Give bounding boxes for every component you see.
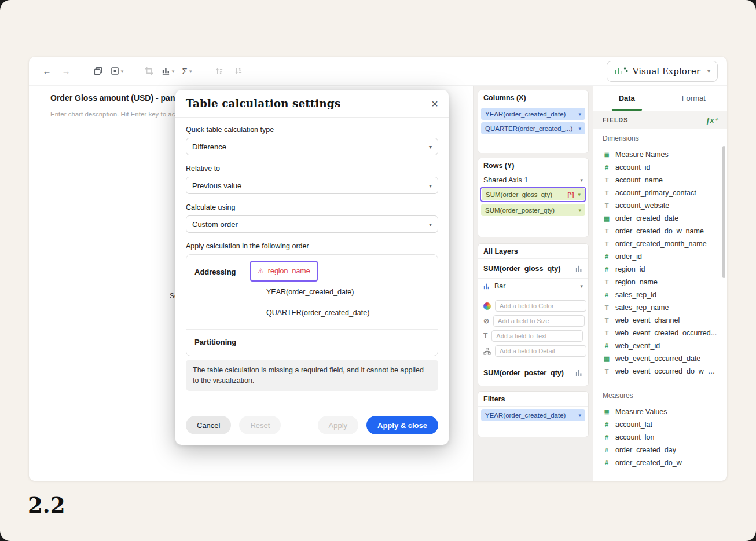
field-row[interactable]: Torder_created_do_w_name [603,225,718,237]
field-row[interactable]: #order_created_day [603,444,718,456]
encoding-rows: ⊘ T [478,294,588,359]
rows-shelf: Rows (Y) Shared Axis 1 ▾ SUM(order_gloss… [478,158,589,237]
add-formula-button[interactable]: ƒx⁺ [706,116,718,125]
field-pill[interactable]: YEAR(order_created_date) ▾ [481,108,585,120]
sort-ascending-button[interactable] [210,63,227,80]
visual-explorer-selector[interactable]: Visual Explorer ▾ [607,61,718,82]
field-name: web_event_occurred_do_w_na... [615,367,718,375]
duplicate-element-button[interactable] [89,63,107,80]
field-row[interactable]: Taccount_website [603,199,718,212]
field-name: order_created_do_w_name [615,227,704,235]
text-type-icon: T [603,228,611,235]
field-pill[interactable]: SUM(order_poster_qty) ▾ [481,204,585,216]
number-type-icon: # [603,434,611,441]
delete-element-button[interactable]: ▾ [108,63,126,80]
relative-to-select[interactable]: Previous value ▾ [186,177,438,194]
date-type-icon: ▦ [603,215,611,222]
chevron-down-icon: ▾ [121,68,124,74]
color-field-input[interactable] [495,300,586,312]
close-icon[interactable]: × [431,98,438,109]
cancel-button[interactable]: Cancel [186,416,231,434]
delete-icon [111,67,119,75]
addressing-item[interactable]: QUARTER(order_created_date) [250,302,430,323]
field-row[interactable]: Taccount_primary_contact [603,187,718,199]
field-row[interactable]: ≣Measure Names [603,148,718,161]
field-row[interactable]: #sales_rep_id [603,288,718,301]
sort-descending-button[interactable] [229,63,247,80]
size-icon: ⊘ [483,317,489,325]
field-name: order_created_do_w [615,459,682,467]
visual-explorer-label: Visual Explorer [633,66,700,76]
filters-shelf-title: Filters [478,392,588,407]
detail-field-input[interactable] [495,345,586,357]
text-field-input[interactable] [491,330,583,342]
filters-pills: YEAR(order_created_date) ▾ [478,407,588,423]
chart-axes-button[interactable]: ▾ [159,63,177,80]
tab-format[interactable]: Format [660,86,728,111]
field-row[interactable]: Tweb_event_channel [603,314,718,327]
field-pill-selected[interactable]: SUM(order_gloss_qty) [*] ▾ [482,188,585,200]
apply-button[interactable]: Apply [318,416,359,434]
addressing-item-error[interactable]: ⚠ region_name [250,261,318,282]
selected-pill-highlight: SUM(order_gloss_qty) [*] ▾ [480,187,586,202]
number-type-icon: # [603,447,611,454]
field-row[interactable]: #account_id [603,161,718,174]
shared-axis-selector[interactable]: Shared Axis 1 ▾ [478,173,588,185]
field-row[interactable]: #order_created_do_w [603,456,718,469]
chart-description-placeholder[interactable]: Enter chart description. Hit Enter key t… [50,111,175,118]
field-row[interactable]: #account_lon [603,431,718,444]
field-row[interactable]: #order_id [603,250,718,263]
addressing-item[interactable]: YEAR(order_created_date) [250,282,430,302]
number-type-icon: # [603,459,611,466]
relative-to-value: Previous value [192,181,241,190]
field-row[interactable]: ≣Measure Values [603,405,718,418]
chevron-down-icon: ▾ [578,412,581,418]
field-row[interactable]: Tweb_event_occurred_do_w_na... [603,365,718,378]
number-type-icon: # [603,164,611,171]
field-row[interactable]: ▦web_event_occurred_date [603,352,718,365]
fields-scrollbar[interactable] [722,146,725,278]
layer-row-poster[interactable]: SUM(order_poster_qty) [478,364,588,381]
text-type-icon: T [603,317,611,324]
text-type-icon: T [603,189,611,196]
field-row[interactable]: Taccount_name [603,174,718,187]
calc-type-select[interactable]: Difference ▾ [186,138,438,155]
reset-button[interactable]: Reset [239,416,281,434]
field-pill-label: SUM(order_gloss_qty) [486,191,567,198]
tab-format-label: Format [682,94,706,103]
table-calculation-settings-dialog: Table calculation settings × Quick table… [175,90,449,445]
calc-type-group: Quick table calculation type Difference … [186,126,438,155]
field-row[interactable]: Tsales_rep_name [603,301,718,314]
field-pill[interactable]: YEAR(order_created_date) ▾ [481,409,585,421]
tab-data[interactable]: Data [593,86,660,111]
field-name: account_website [615,202,669,210]
mark-type-selector[interactable]: Bar ▾ [478,279,588,294]
size-field-input[interactable] [493,315,585,327]
chart-title[interactable]: Order Gloss amount (USD) - pane [50,93,179,103]
number-type-icon: # [603,342,611,349]
field-row[interactable]: Tweb_event_created_occurred... [603,327,718,339]
field-row[interactable]: #region_id [603,263,718,276]
calculate-using-select[interactable]: Custom order ▾ [186,215,438,233]
field-name: Measure Names [615,151,669,159]
field-pill-label: YEAR(order_created_date) [485,111,576,118]
field-row[interactable]: #account_lat [603,418,718,431]
forward-button[interactable]: → [57,63,75,80]
field-row[interactable]: Torder_created_month_name [603,237,718,250]
color-wheel-icon [483,302,491,310]
layer-row-gloss[interactable]: SUM(order_gloss_qty) [478,259,588,279]
field-row[interactable]: Tregion_name [603,276,718,288]
back-button[interactable]: ← [38,63,56,80]
crop-button[interactable] [140,63,157,80]
field-pill[interactable]: QUARTER(order_created_...) ▾ [481,122,585,134]
text-type-icon: T [603,368,611,375]
apply-and-close-button[interactable]: Apply & close [366,416,438,434]
addressing-label: Addressing [194,261,250,323]
partitioning-label: Partitioning [186,329,438,356]
aggregate-button[interactable]: Σ ▾ [178,63,196,80]
chevron-down-icon: ▾ [172,68,175,74]
field-name: account_lat [615,421,652,429]
text-type-icon: T [603,304,611,311]
field-row[interactable]: ▦order_created_date [603,212,718,225]
field-row[interactable]: #web_event_id [603,339,718,352]
